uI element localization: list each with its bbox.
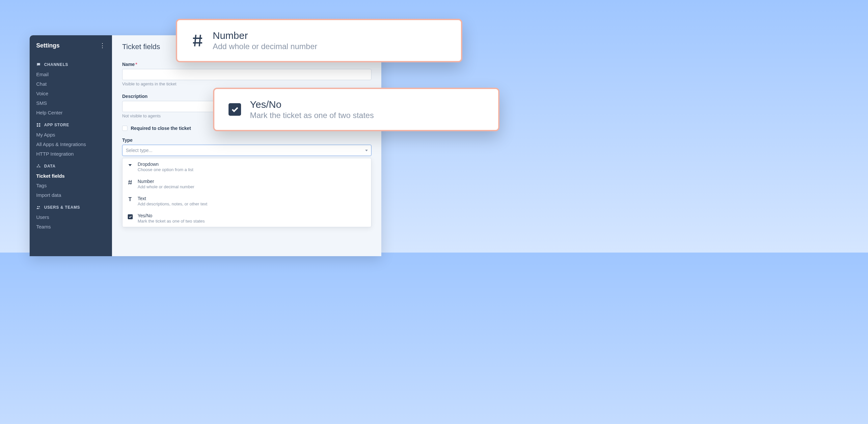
option-title: Number: [137, 179, 367, 184]
field-group-type: Type Select type... Dropdown Choose one …: [122, 138, 371, 227]
section-label: DATA: [44, 164, 56, 168]
chat-bubble-icon: [36, 62, 41, 67]
svg-point-6: [39, 167, 40, 168]
checkbox-icon: [127, 214, 133, 220]
card-title: Number: [213, 30, 317, 41]
type-dropdown-panel: Dropdown Choose one option from a list N…: [122, 158, 371, 227]
sidebar: Settings ⋮ CHANNELS Email Chat Voice SMS…: [30, 35, 112, 253]
section-header-app-store: APP STORE: [30, 117, 112, 130]
required-checkbox-label: Required to close the ticket: [131, 125, 191, 131]
svg-point-5: [36, 167, 37, 168]
dropdown-arrow-icon: [127, 162, 133, 168]
section-header-data: DATA: [30, 159, 112, 171]
text-icon: T: [127, 197, 133, 202]
apps-grid-icon: [36, 123, 41, 127]
sidebar-item-users[interactable]: Users: [30, 212, 112, 222]
name-label: Name*: [122, 62, 371, 67]
sidebar-item-import-data[interactable]: Import data: [30, 190, 112, 200]
option-desc: Mark the ticket as one of two states: [137, 219, 367, 224]
app-window: Settings ⋮ CHANNELS Email Chat Voice SMS…: [30, 35, 381, 253]
section-header-users-teams: USERS & TEAMS: [30, 200, 112, 212]
option-title: Yes/No: [137, 213, 367, 218]
kebab-menu-icon[interactable]: ⋮: [99, 42, 105, 49]
type-option-number[interactable]: Number Add whole or decimal number: [123, 175, 371, 193]
chevron-down-icon: [365, 150, 368, 151]
name-input[interactable]: [122, 69, 371, 80]
option-desc: Add descriptions, notes, or other text: [137, 201, 367, 206]
card-title: Yes/No: [250, 99, 374, 110]
sidebar-header: Settings ⋮: [30, 35, 112, 57]
type-option-text[interactable]: T Text Add descriptions, notes, or other…: [123, 193, 371, 210]
section-label: APP STORE: [44, 123, 69, 127]
people-icon: [36, 205, 41, 210]
sidebar-item-help-center[interactable]: Help Center: [30, 108, 112, 117]
sidebar-item-all-apps[interactable]: All Apps & Integrations: [30, 139, 112, 149]
type-label: Type: [122, 138, 371, 143]
field-group-name: Name* Visible to agents in the ticket: [122, 62, 371, 86]
hash-icon: [190, 33, 205, 48]
data-network-icon: [36, 164, 41, 168]
detail-card-yesno: Yes/No Mark the ticket as one of two sta…: [213, 88, 499, 131]
section-label: CHANNELS: [44, 62, 68, 67]
checkbox-icon: [227, 102, 242, 117]
name-helper: Visible to agents in the ticket: [122, 81, 371, 86]
sidebar-item-teams[interactable]: Teams: [30, 222, 112, 231]
sidebar-item-ticket-fields[interactable]: Ticket fields: [30, 171, 112, 181]
sidebar-item-voice[interactable]: Voice: [30, 89, 112, 98]
sidebar-item-my-apps[interactable]: My Apps: [30, 130, 112, 139]
option-title: Dropdown: [137, 162, 367, 167]
section-header-channels: CHANNELS: [30, 57, 112, 69]
svg-rect-2: [37, 125, 38, 126]
svg-point-8: [39, 206, 40, 207]
card-desc: Mark the ticket as one of two states: [250, 111, 374, 120]
sidebar-item-tags[interactable]: Tags: [30, 181, 112, 190]
option-desc: Choose one option from a list: [137, 167, 367, 172]
option-title: Text: [137, 196, 367, 201]
sidebar-item-email[interactable]: Email: [30, 69, 112, 79]
type-option-yesno[interactable]: Yes/No Mark the ticket as one of two sta…: [123, 210, 371, 227]
main-content: Ticket fields Name* Visible to agents in…: [112, 35, 381, 253]
card-desc: Add whole or decimal number: [213, 42, 317, 51]
svg-point-4: [38, 164, 39, 165]
detail-card-number: Number Add whole or decimal number: [176, 19, 462, 62]
sidebar-item-http-integration[interactable]: HTTP Integration: [30, 149, 112, 159]
type-select[interactable]: Select type...: [122, 145, 371, 156]
required-checkbox[interactable]: [122, 125, 127, 131]
type-select-placeholder: Select type...: [126, 148, 152, 153]
type-option-dropdown[interactable]: Dropdown Choose one option from a list: [123, 158, 371, 175]
sidebar-item-chat[interactable]: Chat: [30, 79, 112, 89]
svg-rect-1: [39, 123, 40, 124]
hash-icon: [127, 179, 133, 185]
svg-rect-0: [37, 123, 38, 124]
sidebar-item-sms[interactable]: SMS: [30, 98, 112, 108]
required-asterisk: *: [135, 62, 137, 67]
svg-rect-3: [39, 125, 40, 126]
sidebar-title: Settings: [36, 42, 60, 49]
option-desc: Add whole or decimal number: [137, 184, 367, 189]
svg-point-7: [37, 206, 38, 207]
section-label: USERS & TEAMS: [44, 205, 80, 210]
